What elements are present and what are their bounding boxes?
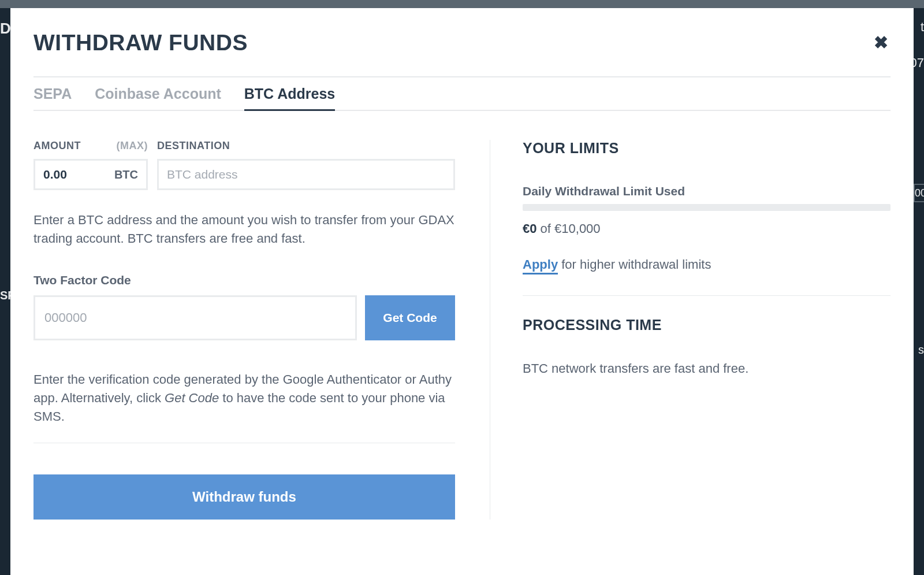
amount-input[interactable] [35,168,114,181]
withdraw-funds-button[interactable]: Withdraw funds [33,474,455,520]
tab-btc-address[interactable]: BTC Address [244,77,335,111]
two-factor-label: Two Factor Code [33,273,455,287]
bg-text: t [921,20,924,35]
destination-label: DESTINATION [157,140,230,152]
daily-limit-value: €0 of €10,000 [523,221,891,236]
help-text-em: Get Code [165,391,219,405]
close-icon[interactable]: ✖ [871,32,891,54]
limits-panel: YOUR LIMITS Daily Withdrawal Limit Used … [490,140,891,520]
your-limits-title: YOUR LIMITS [523,140,891,157]
daily-limit-label: Daily Withdrawal Limit Used [523,184,891,198]
help-text: Enter a BTC address and the amount you w… [33,211,455,248]
amount-unit: BTC [114,168,146,181]
amount-label: AMOUNT [33,140,81,152]
destination-input-wrap[interactable] [157,159,455,190]
two-factor-help: Enter the verification code generated by… [33,370,455,444]
tab-coinbase-account[interactable]: Coinbase Account [95,77,221,111]
two-factor-input[interactable] [35,297,355,339]
tab-sepa[interactable]: SEPA [33,77,72,111]
processing-time-title: PROCESSING TIME [523,317,891,333]
two-factor-input-wrap[interactable] [33,295,357,340]
modal-title: WITHDRAW FUNDS [33,30,248,55]
apply-higher-limits-link[interactable]: Apply [523,257,558,274]
processing-time-text: BTC network transfers are fast and free. [523,361,891,376]
apply-line: Apply for higher withdrawal limits [523,257,891,296]
limit-used: €0 [523,221,536,236]
modal-header: WITHDRAW FUNDS ✖ [33,30,891,77]
get-code-button[interactable]: Get Code [365,295,455,340]
withdraw-tabs: SEPA Coinbase Account BTC Address [33,77,891,111]
amount-input-wrap[interactable]: BTC [33,159,148,190]
bg-text: 00 [914,184,924,202]
destination-input[interactable] [159,168,453,181]
withdraw-modal: WITHDRAW FUNDS ✖ SEPA Coinbase Account B… [10,8,914,575]
withdraw-form: AMOUNT (MAX) BTC DESTINATION [33,140,490,520]
limit-total: of €10,000 [536,221,600,236]
daily-limit-bar [523,204,891,211]
amount-max-button[interactable]: (MAX) [117,140,148,152]
bg-topbar [0,0,924,8]
bg-text: s [918,343,924,357]
apply-rest: for higher withdrawal limits [558,257,711,272]
